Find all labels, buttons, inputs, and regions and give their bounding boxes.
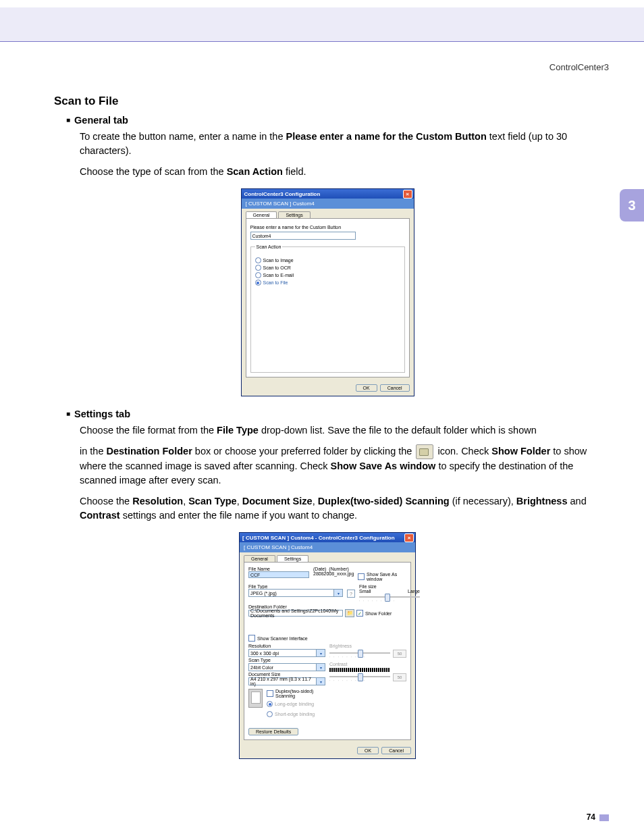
scan-action-legend: Scan Action	[255, 244, 283, 249]
short-edge-label: Short-edge binding	[275, 712, 315, 716]
show-save-as-label: Show Save As window	[367, 572, 406, 581]
radio-image-label: Scan to Image	[263, 258, 294, 263]
restore-defaults-button[interactable]: Restore Defaults	[248, 728, 298, 735]
radio-scan-to-image[interactable]: Scan to Image	[255, 257, 400, 263]
radio-email-label: Scan to E-mail	[263, 273, 294, 278]
file-type-dropdown[interactable]: JPEG (*.jpg) ▾	[248, 589, 343, 597]
dialog-general: ControlCenter3 Configuration × [ CUSTOM …	[241, 188, 414, 396]
tab-settings[interactable]: Settings	[278, 211, 310, 218]
scan-type-value: 24bit Color	[248, 663, 316, 671]
p5-c5: and	[568, 496, 587, 506]
p2-a: Choose the type of scan from the	[80, 166, 227, 177]
file-type-info-icon[interactable]: ?	[347, 590, 355, 598]
brightness-slider[interactable]: ' ' ' ' ' ' ' ' '	[329, 650, 390, 658]
dialog2-title: [ CUSTOM SCAN ] Custom4 - ControlCenter3…	[242, 535, 395, 541]
radio-short-edge[interactable]: Short-edge binding	[267, 711, 325, 717]
show-scanner-interface-checkbox[interactable]	[248, 635, 255, 642]
scan-type-label: Scan Type	[248, 658, 325, 662]
tab-general[interactable]: General	[246, 211, 277, 218]
radio-scan-to-file[interactable]: Scan to File	[255, 280, 400, 286]
radio-file-label: Scan to File	[263, 280, 288, 285]
browse-folder-icon[interactable]: 📁	[345, 609, 354, 617]
dest-folder-input[interactable]: C:\Documents and Settings\Z2Pc1040\My Do…	[248, 610, 343, 617]
file-size-slider[interactable]: ' ' ' ' ' ' ' ' '	[359, 594, 420, 602]
p4-bold2: Show Folder	[491, 446, 550, 457]
paragraph-4: in the Destination Folder box or choose …	[80, 444, 601, 488]
dialog2-subheader: [ CUSTOM SCAN ] Custom4	[240, 542, 415, 552]
p3-bold: File Type	[217, 425, 259, 436]
p4-c: icon. Check	[435, 446, 491, 457]
p1-a: To create the button name, enter a name …	[80, 131, 286, 142]
tab-general[interactable]: General	[244, 555, 275, 562]
radio-long-edge[interactable]: Long-edge binding	[267, 701, 325, 707]
folder-browse-icon	[416, 444, 433, 459]
p5-c2: ,	[237, 496, 242, 506]
show-save-as-checkbox[interactable]	[358, 573, 365, 580]
cancel-button[interactable]: Cancel	[380, 384, 410, 392]
file-size-small: Small	[359, 589, 371, 594]
file-name-input[interactable]: CCF	[248, 571, 309, 578]
date-value: 28082008_xxxx.jpg	[313, 571, 354, 576]
radio-scan-to-email[interactable]: Scan to E-mail	[255, 272, 400, 278]
file-type-value: JPEG (*.jpg)	[248, 589, 333, 597]
show-folder-checkbox[interactable]	[356, 610, 363, 617]
p3-b: drop-down list. Save the file to the def…	[259, 425, 537, 436]
chevron-down-icon: ▾	[333, 589, 343, 597]
p2-b: field.	[283, 166, 306, 177]
chevron-down-icon: ▾	[316, 663, 325, 671]
ok-button[interactable]: OK	[356, 384, 377, 392]
close-icon[interactable]: ×	[403, 190, 412, 199]
radio-scan-to-ocr[interactable]: Scan to OCR	[255, 265, 400, 271]
date-label: (Date)	[313, 567, 326, 571]
file-size-label: File size	[359, 584, 420, 589]
resolution-value: 300 x 300 dpi	[248, 649, 316, 657]
settings-tab-text: Settings tab	[74, 409, 130, 419]
cancel-button[interactable]: Cancel	[381, 747, 411, 754]
number-label: (Number)	[329, 567, 349, 571]
close-icon[interactable]: ×	[404, 533, 414, 542]
p5-c3: ,	[313, 496, 318, 506]
brightness-value: 50	[393, 650, 406, 658]
p3-a: Choose the file format from the	[80, 425, 217, 436]
paragraph-2: Choose the type of scan from the Scan Ac…	[80, 165, 601, 179]
duplex-label: Duplex(two-sided) Scanning	[275, 689, 325, 698]
custom-name-input[interactable]: Custom4	[250, 232, 356, 240]
file-type-label: File Type	[248, 584, 343, 589]
p5-b1: Resolution	[132, 496, 183, 506]
resolution-dropdown[interactable]: 300 x 300 dpi▾	[248, 649, 325, 657]
ok-button[interactable]: OK	[357, 747, 379, 754]
dialog1-title: ControlCenter3 Configuration	[244, 191, 321, 197]
chevron-down-icon: ▾	[316, 649, 325, 657]
dialog1-subheader: [ CUSTOM SCAN ] Custom4	[242, 199, 414, 209]
general-tab-heading: General tab	[66, 115, 601, 126]
brightness-label: Brightness	[329, 644, 406, 648]
p1-bold: Please enter a name for the Custom Butto…	[286, 131, 487, 142]
file-size-large: Large	[408, 589, 420, 594]
resolution-label: Resolution	[248, 644, 325, 648]
p5-c1: ,	[183, 496, 188, 506]
running-header: ControlCenter3	[549, 62, 609, 72]
scan-type-dropdown[interactable]: 24bit Color▾	[248, 663, 325, 671]
tab-settings[interactable]: Settings	[277, 555, 308, 562]
p4-bold3: Show Save As window	[331, 461, 436, 471]
paragraph-5: Choose the Resolution, Scan Type, Docume…	[80, 494, 601, 523]
contrast-slider[interactable]: ' ' ' ' ' ' ' ' '	[329, 673, 390, 681]
long-edge-label: Long-edge binding	[275, 702, 314, 706]
paragraph-1: To create the button name, enter a name …	[80, 130, 601, 158]
doc-size-dropdown[interactable]: A4 210 x 297 mm (8.3 x 11.7 in)▾	[248, 677, 325, 685]
duplex-checkbox[interactable]	[267, 690, 273, 697]
p5-c6: settings and enter the file name if you …	[120, 510, 357, 521]
contrast-pattern	[329, 668, 390, 672]
p5-b6: Contrast	[80, 510, 120, 521]
p5-b5: Brightness	[516, 496, 568, 506]
top-accent-bar	[0, 7, 644, 42]
doc-size-value: A4 210 x 297 mm (8.3 x 11.7 in)	[248, 677, 316, 685]
duplex-icon	[248, 689, 263, 708]
chapter-tab: 3	[620, 189, 644, 221]
page-number: 74	[587, 812, 609, 822]
p4-b: box or choose your preferred folder by c…	[192, 446, 415, 457]
file-name-label: File Name	[248, 567, 309, 571]
p2-bold: Scan Action	[227, 166, 283, 177]
p5-b4: Duplex(two-sided) Scanning	[318, 496, 450, 506]
general-tab-text: General tab	[74, 115, 128, 126]
